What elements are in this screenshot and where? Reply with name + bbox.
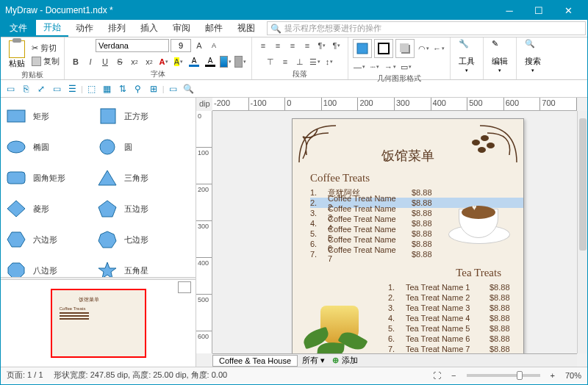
font-size-select[interactable]: 9 bbox=[171, 39, 191, 52]
shape-六边形[interactable]: 六边形 bbox=[5, 224, 96, 255]
superscript-button[interactable]: x2 bbox=[143, 55, 156, 68]
shape-三角形[interactable]: 三角形 bbox=[96, 162, 187, 193]
zoom-in-button[interactable]: + bbox=[551, 371, 555, 380]
menu-item[interactable]: 4.Tea Treat Name 4$8.88 bbox=[388, 313, 523, 323]
align-right-button[interactable]: ≡ bbox=[286, 39, 299, 52]
qt-btn-4[interactable]: ▭ bbox=[50, 82, 63, 96]
paste-button[interactable]: 粘贴 bbox=[5, 39, 29, 70]
qt-btn-9[interactable]: ⚲ bbox=[132, 82, 145, 96]
font-color-button[interactable]: A bbox=[203, 55, 218, 68]
qt-btn-12[interactable]: 🔍 bbox=[182, 82, 196, 96]
shape-圆角矩形[interactable]: 圆角矩形 bbox=[5, 162, 96, 193]
valign-mid-button[interactable]: ≡ bbox=[279, 55, 292, 68]
tab-review[interactable]: 审阅 bbox=[165, 20, 198, 37]
valign-top-button[interactable]: ⊤ bbox=[264, 55, 277, 68]
shape-八边形[interactable]: 八边形 bbox=[5, 255, 96, 277]
font-fill-button[interactable]: A bbox=[187, 55, 201, 68]
tools-button[interactable]: 🔧 工具▾ bbox=[455, 39, 478, 73]
qt-btn-3[interactable]: ⤢ bbox=[35, 82, 48, 96]
document-page[interactable]: 饭馆菜单 Coffee Treats 1.意犹阿丝$8.882.Coffee T… bbox=[292, 118, 524, 367]
add-page-button[interactable]: ⊕添加 bbox=[329, 355, 358, 366]
grow-font-button[interactable]: A bbox=[193, 39, 206, 52]
canvas[interactable]: dip -200-1000100200300400500600700 01002… bbox=[196, 98, 587, 367]
align-left-button[interactable]: ≡ bbox=[257, 39, 270, 52]
menu-item[interactable]: 1.Tea Treat Name 1$8.88 bbox=[388, 282, 523, 292]
shape-七边形[interactable]: 七边形 bbox=[96, 224, 187, 255]
page-scope-select[interactable]: 所有 ▾ bbox=[298, 355, 329, 366]
align-justify-button[interactable]: ≡ bbox=[301, 39, 314, 52]
align-center-button[interactable]: ≡ bbox=[271, 39, 284, 52]
menu-item[interactable]: 5.Tea Treat Name 5$8.88 bbox=[388, 323, 523, 334]
qt-btn-1[interactable]: ▭ bbox=[4, 82, 17, 96]
highlight-button[interactable]: A bbox=[172, 55, 185, 68]
qt-btn-6[interactable]: ⬚ bbox=[85, 82, 98, 96]
section-coffee[interactable]: Coffee Treats bbox=[310, 172, 523, 184]
qt-btn-7[interactable]: ▦ bbox=[101, 82, 114, 96]
scroll-thumb[interactable] bbox=[579, 118, 587, 251]
shape-五角星[interactable]: 五角星 bbox=[96, 255, 187, 277]
dash-style-button[interactable]: ┈ bbox=[368, 60, 381, 73]
strike-button[interactable]: S bbox=[113, 55, 126, 68]
copy-button[interactable]: 复制 bbox=[32, 56, 60, 66]
arrow-start-button[interactable]: ← bbox=[432, 42, 445, 55]
qt-btn-2[interactable]: ⎘ bbox=[19, 82, 32, 96]
menu-item[interactable]: 6.Tea Treat Name 6$8.88 bbox=[388, 334, 523, 344]
rtl-button[interactable]: ¶ bbox=[330, 39, 343, 52]
maximize-button[interactable]: ☐ bbox=[524, 1, 553, 20]
layer-button[interactable] bbox=[178, 281, 191, 293]
file-menu[interactable]: 文件 bbox=[1, 20, 36, 37]
shape-矩形[interactable]: 矩形 bbox=[5, 101, 96, 132]
stroke-swatch-button[interactable] bbox=[374, 39, 393, 58]
subscript-button[interactable]: x2 bbox=[128, 55, 141, 68]
menu-item[interactable]: 7.Coffee Treat Name 7$8.88 bbox=[310, 249, 523, 259]
fill-swatch-button[interactable] bbox=[353, 39, 372, 58]
bullets-button[interactable]: ☰ bbox=[308, 55, 321, 68]
arrow-end-button[interactable]: → bbox=[384, 60, 397, 73]
font-name-select[interactable]: Verdana bbox=[96, 39, 169, 52]
line-style-button[interactable]: — bbox=[353, 60, 366, 73]
bold-button[interactable]: B bbox=[69, 55, 82, 68]
font-effect-button[interactable]: A bbox=[157, 55, 171, 68]
zoom-slider[interactable] bbox=[467, 374, 540, 377]
scrollbar-vertical[interactable] bbox=[577, 111, 587, 353]
qt-btn-10[interactable]: ⊞ bbox=[147, 82, 160, 96]
shadow-swatch-button[interactable] bbox=[234, 55, 247, 68]
close-button[interactable]: ✕ bbox=[553, 1, 583, 20]
tab-view[interactable]: 视图 bbox=[230, 20, 262, 37]
tab-arrange[interactable]: 排列 bbox=[101, 20, 133, 37]
indent-button[interactable]: ¶ bbox=[315, 39, 329, 52]
shape-椭圆[interactable]: 椭圆 bbox=[5, 132, 96, 162]
corner-style-button[interactable]: ◠ bbox=[417, 42, 430, 55]
tab-start[interactable]: 开始 bbox=[36, 20, 68, 37]
page-thumbnail[interactable]: 饭馆菜单 Coffee Treats bbox=[51, 289, 146, 358]
italic-button[interactable]: I bbox=[84, 55, 97, 68]
zoom-fit-button[interactable]: ⛶ bbox=[433, 371, 441, 380]
cut-button[interactable]: ✂剪切 bbox=[32, 43, 60, 53]
tab-insert[interactable]: 插入 bbox=[133, 20, 165, 37]
shape-五边形[interactable]: 五边形 bbox=[96, 193, 187, 224]
edit-button[interactable]: ✎ 编辑▾ bbox=[488, 39, 512, 73]
shape-菱形[interactable]: 菱形 bbox=[5, 193, 96, 224]
menu-item[interactable]: 2.Tea Treat Name 2$8.88 bbox=[388, 292, 523, 303]
page-tab[interactable]: Coffee & Tea House bbox=[212, 355, 298, 367]
underline-button[interactable]: U bbox=[98, 55, 112, 68]
qt-btn-11[interactable]: ▭ bbox=[167, 82, 180, 96]
qt-btn-8[interactable]: ⇅ bbox=[116, 82, 129, 96]
line-spacing-button[interactable]: ↕ bbox=[323, 55, 336, 68]
section-tea[interactable]: Tea Treats bbox=[310, 267, 501, 279]
minimize-button[interactable]: ─ bbox=[495, 1, 524, 20]
menu-item[interactable]: 7.Tea Treat Name 7$8.88 bbox=[388, 344, 523, 354]
zoom-handle[interactable] bbox=[517, 371, 523, 380]
qt-btn-5[interactable]: ☰ bbox=[65, 82, 79, 96]
menu-item[interactable]: 3.Tea Treat Name 3$8.88 bbox=[388, 303, 523, 313]
shrink-font-button[interactable]: A bbox=[207, 39, 220, 52]
search-button[interactable]: 🔍 搜索▾ bbox=[521, 39, 545, 73]
shadow-button[interactable] bbox=[395, 39, 415, 58]
tab-actions[interactable]: 动作 bbox=[68, 20, 101, 37]
theme-button[interactable]: ▭ bbox=[399, 60, 412, 73]
shape-圆[interactable]: 圆 bbox=[96, 132, 187, 162]
fill-gradient-button[interactable] bbox=[219, 55, 232, 68]
tell-me-search[interactable]: 🔍 提示程序您想要进行的操作 bbox=[267, 21, 586, 35]
tab-mail[interactable]: 邮件 bbox=[198, 20, 230, 37]
shape-正方形[interactable]: 正方形 bbox=[96, 101, 187, 132]
